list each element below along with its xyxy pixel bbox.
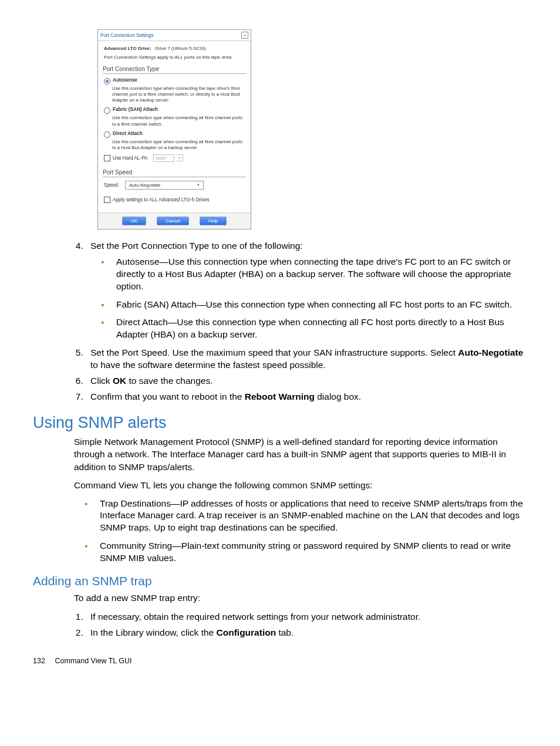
- procedure-steps: Set the Port Connection Type to one of t…: [33, 240, 527, 403]
- alpa-dropdown-icon[interactable]: ▾: [177, 154, 183, 161]
- addtrap-steps: If necessary, obtain the required networ…: [86, 610, 527, 639]
- step-4-bullets: Autosense—Use this connection type when …: [101, 256, 527, 342]
- bullet-autosense: Autosense—Use this connection type when …: [101, 256, 527, 293]
- cancel-button[interactable]: Cancel: [157, 217, 189, 225]
- step-6-bold: OK: [113, 376, 126, 386]
- section-port-speed: Port Speed: [103, 168, 246, 177]
- step-4: Set the Port Connection Type to one of t…: [86, 240, 527, 341]
- step-7: Confirm that you want to reboot in the R…: [86, 391, 527, 403]
- addtrap-step-2: In the Library window, click the Configu…: [86, 626, 527, 639]
- addtrap-step-1: If necessary, obtain the required networ…: [86, 610, 527, 623]
- port-connection-dialog-figure: Port Connection Settings × Advanced LTO …: [97, 29, 527, 229]
- checkbox-apply-all[interactable]: [104, 197, 110, 203]
- close-icon[interactable]: ×: [241, 32, 248, 39]
- radio-autosense[interactable]: [104, 78, 110, 85]
- checkbox-use-hard-alpa[interactable]: [104, 155, 110, 161]
- radio-fabric-label: Fabric (SAN) Attach: [113, 107, 158, 112]
- addtrap-step-2-a: In the Library window, click the: [90, 627, 217, 637]
- drive-label: Advanced LTO Drive:: [104, 46, 151, 51]
- speed-value: Auto-Negotiate: [129, 183, 160, 188]
- dialog-title: Port Connection Settings: [100, 33, 154, 38]
- drive-row: Advanced LTO Drive: Drive 7 (Ultrium 5-S…: [104, 46, 245, 51]
- dialog-titlebar: Port Connection Settings ×: [98, 30, 251, 41]
- step-4-text: Set the Port Connection Type to one of t…: [90, 241, 303, 251]
- step-5-text-c: to have the software determine the faste…: [90, 360, 326, 370]
- heading-adding-snmp-trap: Adding an SNMP trap: [33, 574, 527, 588]
- snmp-bullet-trap: Trap Destinations—IP addresses of hosts …: [85, 498, 527, 535]
- radio-direct-desc: Use this connection type when connecting…: [112, 139, 245, 151]
- step-7-text-c: dialog box.: [315, 391, 361, 401]
- step-5-bold: Auto-Negotiate: [458, 347, 523, 357]
- snmp-bullets: Trap Destinations—IP addresses of hosts …: [85, 498, 527, 565]
- bullet-direct: Direct Attach—Use this connection type w…: [101, 316, 527, 341]
- addtrap-step-2-c: tab.: [276, 627, 294, 637]
- alpa-label: Use Hard AL-PA: [113, 156, 147, 161]
- section-port-connection-type: Port Connection Type: [103, 65, 246, 74]
- apply-all-label: Apply settings to ALL Advanced LTO-5 Dri…: [113, 197, 210, 202]
- step-7-text-a: Confirm that you want to reboot in the: [90, 391, 245, 401]
- heading-using-snmp-alerts: Using SNMP alerts: [33, 414, 527, 432]
- step-6-text-a: Click: [90, 376, 113, 386]
- chevron-down-icon: ▾: [197, 183, 200, 187]
- radio-direct[interactable]: [104, 131, 110, 138]
- radio-direct-label: Direct Attach: [113, 131, 143, 136]
- apply-note: Port Connection Settings apply to ALL po…: [104, 55, 245, 60]
- radio-autosense-desc: Use this connection type when connecting…: [112, 86, 245, 103]
- radio-fabric-desc: Use this connection type when connecting…: [112, 115, 245, 127]
- snmp-para-1: Simple Network Management Protocol (SNMP…: [74, 436, 527, 473]
- footer-label: Command View TL GUI: [55, 657, 131, 665]
- port-connection-dialog: Port Connection Settings × Advanced LTO …: [97, 29, 251, 229]
- help-button[interactable]: Help: [200, 217, 227, 225]
- page-number: 132: [33, 657, 53, 665]
- drive-value: Drive 7 (Ultrium 5-SCSI): [155, 46, 205, 51]
- snmp-para-2: Command View TL lets you change the foll…: [74, 479, 527, 491]
- step-5-text-a: Set the Port Speed. Use the maximum spee…: [90, 347, 458, 357]
- step-7-bold: Reboot Warning: [245, 391, 315, 401]
- snmp-bullet-community: Community String—Plain-text community st…: [85, 540, 527, 565]
- page-footer: 132 Command View TL GUI: [33, 657, 527, 665]
- speed-label: Speed:: [104, 183, 119, 188]
- alpa-field[interactable]: 0xEF: [153, 154, 174, 162]
- bullet-fabric: Fabric (SAN) Attach—Use this connection …: [101, 299, 527, 311]
- step-6: Click OK to save the changes.: [86, 375, 527, 387]
- addtrap-step-2-bold: Configuration: [217, 627, 276, 637]
- dialog-button-bar: OK Cancel Help: [98, 212, 251, 229]
- step-5: Set the Port Speed. Use the maximum spee…: [86, 347, 527, 372]
- radio-fabric[interactable]: [104, 107, 110, 114]
- radio-autosense-label: Autosense: [113, 77, 137, 83]
- speed-dropdown[interactable]: Auto-Negotiate ▾: [125, 181, 204, 190]
- step-6-text-c: to save the changes.: [126, 376, 212, 386]
- ok-button[interactable]: OK: [122, 217, 147, 225]
- addtrap-intro: To add a new SNMP trap entry:: [74, 592, 527, 604]
